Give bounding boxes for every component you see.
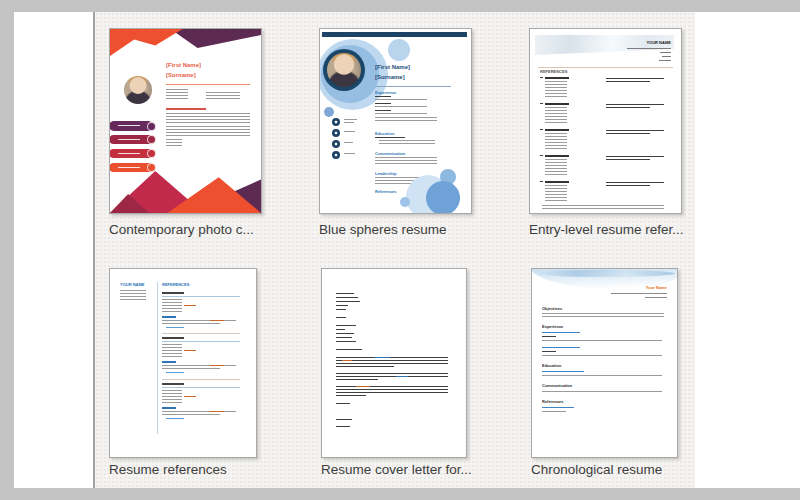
summary-skeleton (166, 126, 250, 136)
references-label: REFERENCES (540, 69, 567, 74)
paragraph-skeleton (542, 313, 664, 318)
text-line-placeholder (336, 379, 378, 380)
section-heading: Objectives (542, 306, 562, 311)
company-link-line (542, 332, 580, 333)
text-line-placeholder (336, 309, 346, 310)
text-line-placeholder (342, 360, 352, 361)
text-line-placeholder (540, 77, 543, 78)
text-line-placeholder (396, 376, 408, 377)
sender-line (336, 293, 354, 294)
template-thumbnail[interactable]: Your Name Objectives Experience Educatio… (531, 268, 678, 458)
template-thumbnail[interactable]: [First Name] [Surname] Experience (319, 28, 472, 214)
page-top-bar (322, 32, 467, 37)
text-line-placeholder (336, 297, 358, 298)
text-line-placeholder (336, 333, 354, 334)
text-line-placeholder (606, 107, 650, 108)
closing-line (336, 403, 350, 404)
text-line-placeholder (606, 185, 650, 186)
text-line-placeholder (542, 411, 566, 412)
text-line-placeholder (375, 106, 427, 107)
text-line-placeholder (375, 96, 391, 97)
section-heading: References (375, 189, 397, 194)
text-line-placeholder (606, 156, 664, 157)
template-card-blue-spheres[interactable]: [First Name] [Surname] Experience (319, 28, 470, 260)
template-thumbnail[interactable]: YOUR NAME REFERENCES (529, 28, 682, 214)
small-sphere (388, 39, 410, 61)
template-card-cover-letter[interactable]: Resume cover letter for... (321, 268, 465, 500)
template-thumbnail[interactable]: [First Name] [Surname] (109, 28, 262, 214)
text-line-placeholder (660, 52, 671, 53)
first-name-text: [First Name] (166, 62, 201, 69)
vertical-rule (157, 282, 158, 434)
template-title: Chronological resume (531, 462, 662, 477)
address-skeleton (120, 290, 146, 301)
section-heading: Education (542, 363, 561, 368)
paragraph-skeleton (375, 117, 437, 122)
text-line-placeholder (344, 119, 357, 120)
sphere-tiny (400, 197, 410, 207)
text-line-placeholder (162, 365, 236, 366)
text-line-placeholder (162, 296, 240, 297)
text-line-placeholder (375, 99, 427, 100)
template-card-resume-references[interactable]: YOUR NAME REFERENCES (109, 268, 255, 500)
text-line-placeholder (540, 103, 543, 104)
text-line-placeholder (374, 357, 390, 358)
text-line-placeholder (336, 337, 352, 338)
navigation-panel (14, 12, 93, 488)
section-heading: Leadership (375, 171, 396, 176)
text-line-placeholder (210, 320, 224, 321)
text-line-placeholder (166, 372, 184, 373)
footer-skeleton (542, 205, 664, 210)
text-line-placeholder (606, 130, 664, 131)
text-line-placeholder (336, 373, 448, 374)
text-line-placeholder (344, 122, 354, 123)
surname-text: [Surname] (166, 72, 196, 79)
profile-photo (124, 76, 152, 104)
template-card-contemporary-photo[interactable]: [First Name] [Surname] (109, 28, 260, 260)
divider-line (538, 67, 673, 68)
window-chrome-left (0, 12, 14, 488)
template-thumbnail[interactable]: YOUR NAME REFERENCES (109, 268, 257, 458)
text-line-placeholder (662, 56, 671, 57)
text-line-placeholder (336, 395, 366, 396)
recipient-line (336, 325, 356, 326)
text-line-placeholder (162, 411, 236, 412)
paragraph-skeleton (379, 140, 435, 145)
contact-dot-icon (332, 151, 340, 159)
text-line-placeholder (336, 360, 448, 361)
text-line-placeholder (356, 386, 370, 387)
text-line-placeholder (166, 418, 184, 419)
text-line-placeholder (645, 297, 667, 298)
text-line-placeholder (659, 60, 671, 61)
section-heading: References (542, 399, 564, 404)
section-heading: Education (375, 131, 394, 136)
text-line-placeholder (336, 301, 360, 302)
template-card-chronological[interactable]: Your Name Objectives Experience Educatio… (531, 268, 676, 500)
school-link-line (542, 371, 584, 372)
tiny-sphere (324, 107, 334, 117)
reference-skeleton (545, 81, 567, 98)
text-line-placeholder (336, 341, 356, 342)
text-line-placeholder (166, 327, 184, 328)
section-heading-bar (166, 108, 206, 110)
text-line-placeholder (540, 155, 543, 156)
name-underline (375, 86, 451, 87)
company-link-line (542, 347, 580, 348)
reference-skeleton (545, 159, 567, 176)
text-line-placeholder (210, 365, 224, 366)
your-name-text: YOUR NAME (647, 40, 671, 45)
summary-skeleton (166, 113, 250, 124)
text-line-placeholder (545, 181, 569, 183)
text-line-placeholder (542, 340, 662, 341)
text-line-placeholder (162, 341, 240, 342)
text-line-placeholder (184, 350, 196, 351)
template-card-entry-level-references[interactable]: YOUR NAME REFERENCES (529, 28, 680, 260)
enclosure-line (336, 426, 350, 427)
template-thumbnail[interactable] (321, 268, 467, 458)
paragraph-line (336, 357, 448, 358)
section-heading: Communication (375, 151, 405, 156)
text-line-placeholder (162, 344, 182, 358)
text-line-placeholder (162, 292, 184, 294)
reference-link-line (542, 407, 574, 408)
first-name-text: [First Name] (375, 64, 410, 71)
